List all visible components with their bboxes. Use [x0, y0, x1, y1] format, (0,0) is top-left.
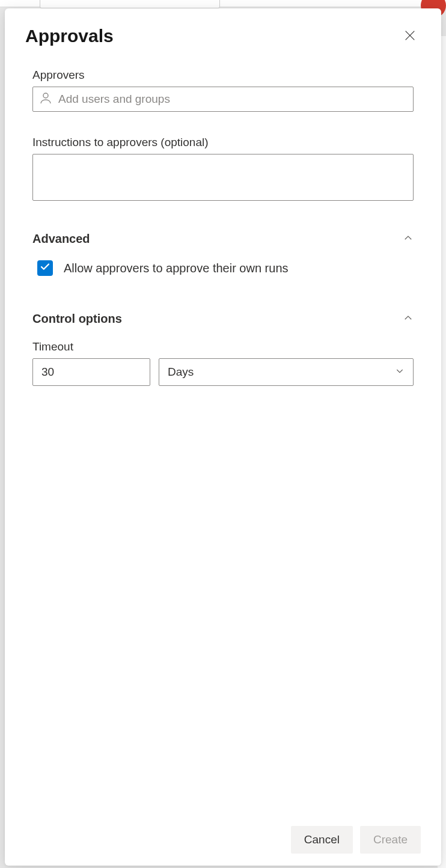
chevron-up-icon [403, 233, 414, 246]
cancel-button[interactable]: Cancel [291, 826, 353, 854]
check-icon [40, 261, 50, 275]
chevron-down-icon [395, 365, 405, 379]
panel-body: Approvers Instructions to approvers (opt… [5, 47, 441, 816]
advanced-title: Advanced [32, 232, 90, 246]
control-options-title: Control options [32, 312, 122, 326]
allow-own-runs-row: Allow approvers to approve their own run… [37, 260, 414, 276]
svg-point-2 [43, 93, 48, 98]
approvals-panel: Approvals Approvers Instructions to appr… [5, 8, 441, 866]
chevron-up-icon [403, 313, 414, 326]
close-icon [403, 29, 417, 44]
control-options-section-header[interactable]: Control options [32, 312, 414, 326]
backdrop-bar [0, 0, 446, 7]
timeout-unit-value: Days [168, 365, 194, 379]
timeout-unit-select[interactable]: Days [159, 358, 414, 386]
approvers-input[interactable] [32, 87, 414, 112]
advanced-section-header[interactable]: Advanced [32, 232, 414, 246]
instructions-label: Instructions to approvers (optional) [32, 136, 414, 149]
approvers-label: Approvers [32, 69, 414, 82]
panel-header: Approvals [5, 8, 441, 47]
create-button[interactable]: Create [360, 826, 421, 854]
close-button[interactable] [399, 25, 421, 47]
panel-title: Approvals [25, 26, 114, 46]
allow-own-runs-checkbox[interactable] [37, 260, 53, 276]
timeout-value-input[interactable] [32, 358, 150, 386]
instructions-input[interactable] [32, 154, 414, 201]
timeout-row: Days [32, 358, 414, 386]
person-icon [38, 91, 53, 108]
backdrop-search [40, 0, 220, 8]
panel-footer: Cancel Create [5, 816, 441, 866]
timeout-label: Timeout [32, 340, 414, 353]
approvers-input-wrapper [32, 87, 414, 112]
allow-own-runs-label: Allow approvers to approve their own run… [64, 261, 289, 275]
